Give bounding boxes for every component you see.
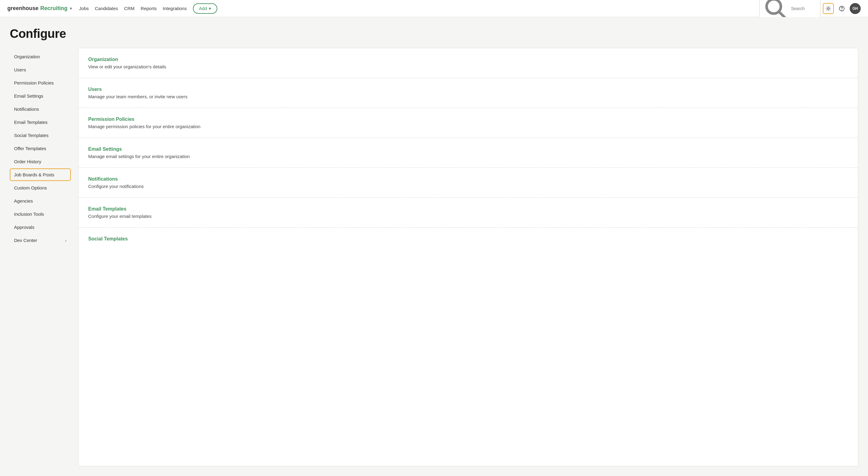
help-icon	[839, 5, 845, 11]
sidebar-item-label: Social Templates	[14, 133, 49, 138]
page-header: Configure	[0, 17, 868, 48]
sidebar-item-label: Permission Policies	[14, 80, 54, 86]
sidebar-item-label: Users	[14, 67, 26, 72]
section-description: Manage your team members, or invite new …	[88, 94, 848, 99]
sidebar-item-email-templates[interactable]: Email Templates	[10, 116, 71, 128]
sidebar-item-label: Email Templates	[14, 120, 48, 125]
svg-point-4	[842, 10, 842, 10]
sidebar-item-label: Email Settings	[14, 93, 43, 99]
section-title[interactable]: Notifications	[88, 177, 848, 182]
navbar: greenhouse Recruiting ▾ Jobs Candidates …	[0, 0, 868, 17]
content-section-email-templates: Email TemplatesConfigure your email temp…	[79, 198, 858, 228]
sidebar-item-organization[interactable]: Organization	[10, 50, 71, 63]
content-section-notifications: NotificationsConfigure your notification…	[79, 168, 858, 198]
sidebar-item-label: Organization	[14, 54, 40, 59]
content-wrapper: OrganizationUsersPermission PoliciesEmai…	[0, 48, 868, 476]
main-content: OrganizationView or edit your organizati…	[78, 48, 858, 466]
nav-candidates[interactable]: Candidates	[95, 6, 118, 11]
section-title[interactable]: Organization	[88, 57, 848, 62]
sidebar-item-label: Notifications	[14, 106, 39, 112]
sidebar-item-label: Order History	[14, 159, 41, 164]
section-description: View or edit your organization's details	[88, 64, 848, 69]
sidebar-item-dev-center[interactable]: Dev Center›	[10, 234, 71, 247]
sidebar-item-permission-policies[interactable]: Permission Policies	[10, 76, 71, 89]
gear-button[interactable]	[823, 3, 834, 14]
svg-point-0	[767, 0, 781, 14]
sidebar-item-offer-templates[interactable]: Offer Templates	[10, 142, 71, 155]
sidebar-item-label: Custom Options	[14, 185, 47, 190]
page-title: Configure	[10, 27, 858, 40]
content-section-email-settings: Email SettingsManage email settings for …	[79, 138, 858, 168]
nav-jobs[interactable]: Jobs	[79, 6, 89, 11]
sidebar-item-notifications[interactable]: Notifications	[10, 103, 71, 115]
sidebar-item-social-templates[interactable]: Social Templates	[10, 129, 71, 141]
brand-name-prefix: greenhouse	[7, 5, 38, 11]
sidebar-item-users[interactable]: Users	[10, 63, 71, 76]
content-section-users: UsersManage your team members, or invite…	[79, 78, 858, 108]
content-section-social-templates: Social Templates	[79, 228, 858, 252]
sidebar-item-email-settings[interactable]: Email Settings	[10, 90, 71, 102]
sidebar-item-job-boards--posts[interactable]: Job Boards & Posts	[10, 168, 71, 181]
gear-icon	[825, 5, 831, 11]
brand-name-highlight: Recruiting	[40, 5, 67, 11]
content-section-organization: OrganizationView or edit your organizati…	[79, 48, 858, 78]
add-button[interactable]: Add ▾	[193, 3, 218, 14]
search-input[interactable]	[791, 6, 817, 11]
brand-chevron: ▾	[70, 6, 72, 11]
help-button[interactable]	[836, 3, 847, 14]
section-description: Configure your notifications	[88, 184, 848, 189]
sidebar-item-label: Offer Templates	[14, 146, 46, 151]
avatar[interactable]: GH	[850, 3, 861, 14]
sidebar-item-label: Dev Center	[14, 238, 37, 243]
sidebar-item-label: Job Boards & Posts	[14, 172, 54, 177]
chevron-right-icon: ›	[65, 238, 66, 243]
sidebar-item-order-history[interactable]: Order History	[10, 155, 71, 168]
section-title[interactable]: Email Settings	[88, 147, 848, 152]
page-container: Configure OrganizationUsersPermission Po…	[0, 17, 868, 476]
sidebar-item-label: Inclusion Tools	[14, 212, 44, 217]
sidebar-item-label: Agencies	[14, 198, 33, 203]
sidebar-item-inclusion-tools[interactable]: Inclusion Tools	[10, 208, 71, 220]
sidebar-item-approvals[interactable]: Approvals	[10, 221, 71, 233]
svg-point-2	[828, 8, 829, 9]
brand-logo[interactable]: greenhouse Recruiting ▾	[7, 5, 72, 11]
sidebar: OrganizationUsersPermission PoliciesEmai…	[10, 48, 71, 466]
sidebar-item-custom-options[interactable]: Custom Options	[10, 182, 71, 194]
nav-links: Jobs Candidates CRM Reports Integrations…	[79, 3, 752, 14]
sidebar-item-label: Approvals	[14, 225, 34, 230]
nav-reports[interactable]: Reports	[141, 6, 157, 11]
section-title[interactable]: Email Templates	[88, 206, 848, 212]
nav-crm[interactable]: CRM	[124, 6, 134, 11]
section-description: Configure your email templates	[88, 214, 848, 219]
section-description: Manage permission policies for your enti…	[88, 124, 848, 129]
section-title[interactable]: Social Templates	[88, 236, 848, 242]
sidebar-item-agencies[interactable]: Agencies	[10, 195, 71, 207]
nav-integrations[interactable]: Integrations	[163, 6, 186, 11]
section-description: Manage email settings for your entire or…	[88, 154, 848, 159]
content-section-permission-policies: Permission PoliciesManage permission pol…	[79, 108, 858, 138]
section-title[interactable]: Users	[88, 87, 848, 92]
section-title[interactable]: Permission Policies	[88, 117, 848, 122]
